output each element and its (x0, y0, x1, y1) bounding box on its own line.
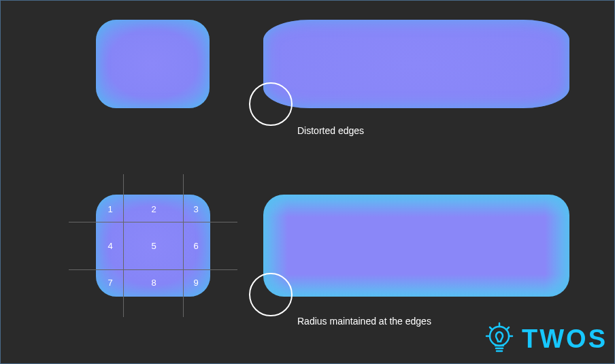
label-distorted-edges: Distorted edges (297, 125, 364, 136)
grid-cell-3: 3 (191, 204, 201, 214)
grid-line-horizontal-1 (69, 222, 237, 222)
grid-line-horizontal-2 (69, 269, 237, 270)
grid-cell-9: 9 (191, 278, 201, 288)
grid-cell-5: 5 (149, 241, 159, 251)
grid-cell-2: 2 (149, 204, 159, 214)
nine-slice-grid: 1 2 3 4 5 6 7 8 9 (69, 174, 237, 317)
label-radius-maintained: Radius maintained at the edges (297, 316, 431, 327)
grid-cell-7: 7 (105, 278, 115, 288)
grid-cell-1: 1 (105, 204, 115, 214)
nine-slice-scaled-rect (263, 195, 569, 297)
stretched-rect-distorted (263, 20, 569, 108)
original-rounded-rect (96, 20, 210, 108)
grid-cell-8: 8 (149, 278, 159, 288)
watermark: TWOS (484, 321, 608, 357)
grid-cell-6: 6 (191, 241, 201, 251)
grid-cell-4: 4 (105, 241, 115, 251)
grid-line-vertical-1 (123, 174, 124, 317)
highlight-circle-bottom (249, 273, 293, 316)
grid-line-vertical-2 (183, 174, 184, 317)
lightbulb-icon (484, 321, 515, 357)
highlight-circle-top (249, 82, 293, 126)
watermark-text: TWOS (522, 325, 608, 354)
